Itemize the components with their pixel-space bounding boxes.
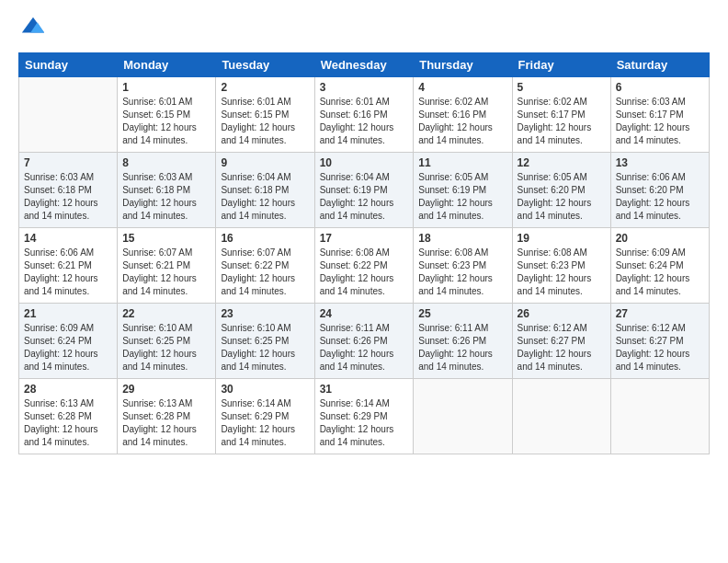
day-number: 7	[24, 156, 112, 169]
day-number: 28	[24, 383, 112, 396]
weekday-header: Thursday	[414, 53, 512, 77]
day-info: Sunrise: 6:04 AMSunset: 6:19 PMDaylight:…	[320, 171, 409, 223]
day-number: 17	[320, 232, 409, 245]
day-info: Sunrise: 6:10 AMSunset: 6:25 PMDaylight:…	[221, 322, 309, 373]
weekday-header: Friday	[512, 53, 610, 77]
logo	[18, 14, 46, 43]
day-number: 22	[122, 307, 210, 320]
calendar-day-cell: 11Sunrise: 6:05 AMSunset: 6:19 PMDayligh…	[414, 153, 512, 228]
day-number: 6	[616, 81, 704, 94]
calendar-table: SundayMondayTuesdayWednesdayThursdayFrid…	[18, 52, 710, 454]
day-info: Sunrise: 6:03 AMSunset: 6:18 PMDaylight:…	[24, 171, 112, 223]
day-number: 23	[221, 307, 309, 320]
day-number: 20	[616, 232, 704, 245]
day-info: Sunrise: 6:12 AMSunset: 6:27 PMDaylight:…	[616, 322, 704, 373]
calendar-day-cell: 16Sunrise: 6:07 AMSunset: 6:22 PMDayligh…	[216, 228, 314, 304]
day-number: 27	[616, 307, 704, 320]
calendar-day-cell: 17Sunrise: 6:08 AMSunset: 6:22 PMDayligh…	[314, 228, 414, 304]
day-number: 3	[320, 81, 409, 94]
calendar-day-cell: 31Sunrise: 6:14 AMSunset: 6:29 PMDayligh…	[314, 379, 414, 454]
calendar-day-cell: 26Sunrise: 6:12 AMSunset: 6:27 PMDayligh…	[512, 304, 610, 379]
day-number: 12	[518, 156, 606, 169]
day-number: 18	[418, 232, 506, 245]
day-info: Sunrise: 6:01 AMSunset: 6:15 PMDaylight:…	[221, 96, 309, 147]
day-number: 29	[122, 383, 210, 396]
day-info: Sunrise: 6:09 AMSunset: 6:24 PMDaylight:…	[24, 322, 112, 373]
calendar-day-cell	[414, 379, 512, 454]
day-info: Sunrise: 6:01 AMSunset: 6:16 PMDaylight:…	[320, 96, 409, 147]
day-number: 1	[122, 81, 210, 94]
calendar-week-row: 1Sunrise: 6:01 AMSunset: 6:15 PMDaylight…	[19, 77, 710, 153]
calendar-day-cell	[19, 77, 118, 153]
day-number: 19	[518, 232, 606, 245]
day-number: 9	[221, 156, 309, 169]
day-number: 31	[320, 383, 409, 396]
day-info: Sunrise: 6:10 AMSunset: 6:25 PMDaylight:…	[122, 322, 210, 373]
day-number: 15	[122, 232, 210, 245]
calendar-day-cell: 25Sunrise: 6:11 AMSunset: 6:26 PMDayligh…	[414, 304, 512, 379]
day-number: 5	[518, 81, 606, 94]
day-info: Sunrise: 6:05 AMSunset: 6:19 PMDaylight:…	[418, 171, 506, 223]
day-number: 21	[24, 307, 112, 320]
calendar-week-row: 14Sunrise: 6:06 AMSunset: 6:21 PMDayligh…	[19, 228, 710, 304]
calendar-day-cell: 15Sunrise: 6:07 AMSunset: 6:21 PMDayligh…	[118, 228, 216, 304]
calendar-day-cell	[512, 379, 610, 454]
day-info: Sunrise: 6:08 AMSunset: 6:23 PMDaylight:…	[518, 247, 606, 298]
day-info: Sunrise: 6:06 AMSunset: 6:20 PMDaylight:…	[616, 171, 704, 223]
day-number: 30	[221, 383, 309, 396]
day-info: Sunrise: 6:02 AMSunset: 6:17 PMDaylight:…	[518, 96, 606, 147]
calendar-day-cell: 12Sunrise: 6:05 AMSunset: 6:20 PMDayligh…	[512, 153, 610, 228]
calendar-day-cell: 18Sunrise: 6:08 AMSunset: 6:23 PMDayligh…	[414, 228, 512, 304]
calendar-day-cell: 6Sunrise: 6:03 AMSunset: 6:17 PMDaylight…	[610, 77, 709, 153]
weekday-header: Saturday	[610, 53, 709, 77]
header	[18, 14, 710, 43]
calendar-day-cell: 5Sunrise: 6:02 AMSunset: 6:17 PMDaylight…	[512, 77, 610, 153]
day-info: Sunrise: 6:11 AMSunset: 6:26 PMDaylight:…	[320, 322, 409, 373]
calendar-day-cell: 21Sunrise: 6:09 AMSunset: 6:24 PMDayligh…	[19, 304, 118, 379]
day-info: Sunrise: 6:03 AMSunset: 6:18 PMDaylight:…	[122, 171, 210, 223]
calendar-day-cell: 1Sunrise: 6:01 AMSunset: 6:15 PMDaylight…	[118, 77, 216, 153]
calendar-day-cell: 4Sunrise: 6:02 AMSunset: 6:16 PMDaylight…	[414, 77, 512, 153]
day-info: Sunrise: 6:02 AMSunset: 6:16 PMDaylight:…	[418, 96, 506, 147]
day-number: 11	[418, 156, 506, 169]
calendar-day-cell	[610, 379, 709, 454]
page: SundayMondayTuesdayWednesdayThursdayFrid…	[0, 0, 728, 563]
day-info: Sunrise: 6:05 AMSunset: 6:20 PMDaylight:…	[518, 171, 606, 223]
calendar-day-cell: 28Sunrise: 6:13 AMSunset: 6:28 PMDayligh…	[19, 379, 118, 454]
day-number: 25	[418, 307, 506, 320]
calendar-day-cell: 7Sunrise: 6:03 AMSunset: 6:18 PMDaylight…	[19, 153, 118, 228]
day-info: Sunrise: 6:08 AMSunset: 6:22 PMDaylight:…	[320, 247, 409, 298]
day-info: Sunrise: 6:13 AMSunset: 6:28 PMDaylight:…	[122, 397, 210, 449]
calendar-day-cell: 23Sunrise: 6:10 AMSunset: 6:25 PMDayligh…	[216, 304, 314, 379]
day-info: Sunrise: 6:07 AMSunset: 6:22 PMDaylight:…	[221, 247, 309, 298]
calendar-week-row: 7Sunrise: 6:03 AMSunset: 6:18 PMDaylight…	[19, 153, 710, 228]
calendar-day-cell: 13Sunrise: 6:06 AMSunset: 6:20 PMDayligh…	[610, 153, 709, 228]
calendar-day-cell: 3Sunrise: 6:01 AMSunset: 6:16 PMDaylight…	[314, 77, 414, 153]
calendar-header-row: SundayMondayTuesdayWednesdayThursdayFrid…	[19, 53, 710, 77]
weekday-header: Sunday	[19, 53, 118, 77]
day-info: Sunrise: 6:04 AMSunset: 6:18 PMDaylight:…	[221, 171, 309, 223]
day-info: Sunrise: 6:06 AMSunset: 6:21 PMDaylight:…	[24, 247, 112, 298]
calendar-day-cell: 8Sunrise: 6:03 AMSunset: 6:18 PMDaylight…	[118, 153, 216, 228]
day-info: Sunrise: 6:07 AMSunset: 6:21 PMDaylight:…	[122, 247, 210, 298]
logo-icon	[20, 14, 46, 40]
weekday-header: Monday	[118, 53, 216, 77]
day-number: 24	[320, 307, 409, 320]
day-info: Sunrise: 6:13 AMSunset: 6:28 PMDaylight:…	[24, 397, 112, 449]
day-number: 4	[418, 81, 506, 94]
day-number: 8	[122, 156, 210, 169]
calendar-week-row: 21Sunrise: 6:09 AMSunset: 6:24 PMDayligh…	[19, 304, 710, 379]
weekday-header: Wednesday	[314, 53, 414, 77]
calendar-day-cell: 14Sunrise: 6:06 AMSunset: 6:21 PMDayligh…	[19, 228, 118, 304]
calendar-day-cell: 30Sunrise: 6:14 AMSunset: 6:29 PMDayligh…	[216, 379, 314, 454]
calendar-day-cell: 29Sunrise: 6:13 AMSunset: 6:28 PMDayligh…	[118, 379, 216, 454]
day-info: Sunrise: 6:14 AMSunset: 6:29 PMDaylight:…	[221, 397, 309, 449]
calendar-day-cell: 10Sunrise: 6:04 AMSunset: 6:19 PMDayligh…	[314, 153, 414, 228]
day-info: Sunrise: 6:01 AMSunset: 6:15 PMDaylight:…	[122, 96, 210, 147]
calendar-day-cell: 24Sunrise: 6:11 AMSunset: 6:26 PMDayligh…	[314, 304, 414, 379]
weekday-header: Tuesday	[216, 53, 314, 77]
day-info: Sunrise: 6:11 AMSunset: 6:26 PMDaylight:…	[418, 322, 506, 373]
day-number: 26	[518, 307, 606, 320]
calendar-day-cell: 20Sunrise: 6:09 AMSunset: 6:24 PMDayligh…	[610, 228, 709, 304]
day-info: Sunrise: 6:14 AMSunset: 6:29 PMDaylight:…	[320, 397, 409, 449]
